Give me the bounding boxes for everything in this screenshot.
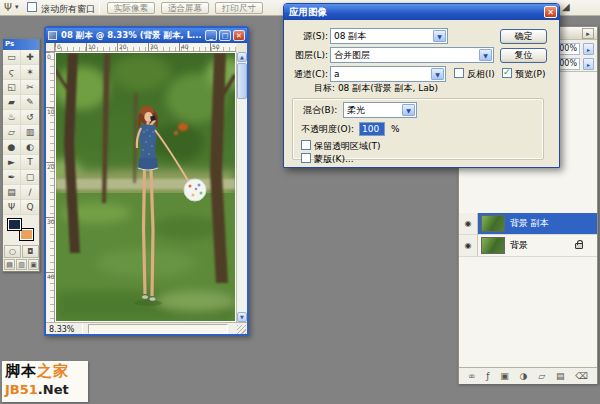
mask-mode-row: ○ ◘	[3, 245, 39, 258]
channel-combobox[interactable]: a ▼	[330, 66, 446, 82]
eraser-tool-icon[interactable]: ▱	[3, 125, 21, 140]
path-selection-tool-icon[interactable]: ►	[3, 155, 21, 170]
type-tool-icon[interactable]: T	[21, 155, 39, 170]
scroll-down-icon[interactable]: ▼	[237, 312, 247, 322]
layer-row-background-copy[interactable]: ◉ 背景 副本	[459, 213, 597, 235]
scrollbar-thumb[interactable]	[237, 63, 247, 99]
caret-down-icon[interactable]: ▾	[15, 3, 19, 11]
opacity-spinner-icon[interactable]: ▸	[583, 43, 594, 55]
actual-pixels-button[interactable]: 实际像素	[107, 2, 155, 14]
eye-icon[interactable]: ◉	[459, 235, 478, 257]
fullscreen-icon[interactable]: ▣	[28, 259, 39, 270]
clone-stamp-tool-icon[interactable]: ♨	[3, 110, 21, 125]
invert-checkbox[interactable]	[454, 68, 464, 78]
maximize-button[interactable]: □	[219, 30, 231, 41]
new-group-icon[interactable]: ▱	[538, 369, 545, 384]
opacity-unit: %	[391, 124, 400, 135]
dialog-close-icon[interactable]: ✕	[544, 6, 557, 18]
layer-thumbnail[interactable]	[481, 215, 505, 232]
eye-icon[interactable]: ◉	[459, 213, 478, 235]
layer-thumbnail[interactable]	[481, 237, 505, 254]
combo-arrow-icon[interactable]: ▼	[433, 30, 446, 42]
status-bar: 8.33%	[46, 322, 247, 334]
close-button[interactable]: ✕	[233, 30, 245, 41]
h-tick: 50	[212, 44, 220, 50]
foreground-color-swatch[interactable]	[7, 218, 22, 231]
preserve-transparency-checkbox[interactable]	[301, 140, 311, 150]
ok-button[interactable]: 确定	[500, 29, 547, 44]
h-tick: 30	[150, 44, 158, 50]
mask-checkbox[interactable]	[301, 153, 311, 163]
slice-tool-icon[interactable]: ✂	[21, 80, 39, 95]
status-divider	[82, 324, 83, 334]
history-brush-tool-icon[interactable]: ↺	[21, 110, 39, 125]
hand-tool-icon[interactable]: Ψ	[4, 2, 12, 13]
channel-value: a	[334, 69, 340, 79]
lasso-tool-icon[interactable]: ϛ	[3, 65, 21, 80]
dialog-body: 源(S): 08 副本 ▼ 图层(L): 合并图层 ▼ 通道(C): a ▼ 反…	[284, 20, 559, 168]
adjustment-layer-icon[interactable]: ◑	[520, 369, 528, 384]
fill-spinner-icon[interactable]: ▸	[583, 58, 594, 70]
status-info-field[interactable]	[88, 324, 228, 334]
healing-brush-tool-icon[interactable]: ▰	[3, 95, 21, 110]
toolbar-separator	[99, 2, 100, 14]
zoom-level[interactable]: 8.33%	[49, 325, 74, 334]
layer-row-background[interactable]: ◉ 背景	[459, 235, 597, 257]
pen-tool-icon[interactable]: ✒	[3, 170, 21, 185]
layer-name: 背景	[510, 239, 528, 252]
new-layer-icon[interactable]: ▤	[556, 369, 565, 384]
blend-value: 柔光	[347, 105, 365, 115]
fullscreen-menu-icon[interactable]: ▥	[16, 259, 27, 270]
reset-button[interactable]: 复位	[500, 48, 547, 63]
combo-arrow-icon[interactable]: ▼	[479, 49, 492, 61]
palette-well-icon[interactable]: ◢	[562, 1, 570, 12]
delete-layer-icon[interactable]: ⌫	[575, 369, 588, 384]
standard-mode-icon[interactable]: ○	[4, 245, 21, 258]
crop-tool-icon[interactable]: ◱	[3, 80, 21, 95]
brush-tool-icon[interactable]: ✎	[21, 95, 39, 110]
eyedropper-tool-icon[interactable]: ∕	[21, 185, 39, 200]
source-combobox[interactable]: 08 副本 ▼	[330, 28, 448, 44]
resize-grip[interactable]	[237, 325, 246, 334]
quickmask-mode-icon[interactable]: ◘	[22, 245, 39, 258]
rect-marquee-tool-icon[interactable]: ▭	[3, 50, 21, 65]
combo-arrow-icon[interactable]: ▼	[431, 68, 444, 80]
canvas-photo[interactable]	[55, 52, 236, 322]
photo-girl-in-park	[56, 53, 235, 321]
fit-screen-button[interactable]: 适合屏幕	[161, 2, 209, 14]
layer-row-body[interactable]: 背景 副本	[478, 213, 597, 235]
layer-mask-icon[interactable]: ▣	[500, 369, 509, 384]
hand-tool-icon2[interactable]: Ψ	[3, 200, 21, 215]
dodge-tool-icon[interactable]: ◐	[21, 140, 39, 155]
magic-wand-tool-icon[interactable]: ✶	[21, 65, 39, 80]
watermark-part1: 脚本	[5, 362, 37, 380]
combo-arrow-icon[interactable]: ▼	[402, 104, 415, 116]
notes-tool-icon[interactable]: ▤	[3, 185, 21, 200]
v-tick: 20	[47, 164, 55, 170]
watermark-line2: JB51.Net	[5, 381, 85, 398]
vertical-scrollbar[interactable]: ▲ ▼	[236, 52, 247, 322]
print-size-button[interactable]: 打印尺寸	[215, 2, 263, 14]
gradient-tool-icon[interactable]: ▥	[21, 125, 39, 140]
layer-row-body[interactable]: 背景	[478, 235, 597, 257]
opacity-input[interactable]: 100	[359, 122, 385, 136]
standard-screen-icon[interactable]: ▤	[4, 259, 15, 270]
zoom-tool-icon[interactable]: Q	[21, 200, 39, 215]
scroll-up-icon[interactable]: ▲	[237, 52, 247, 62]
minimize-button[interactable]: _	[205, 30, 217, 41]
move-tool-icon[interactable]: ✚	[21, 50, 39, 65]
photoshop-workspace: Ψ ▾ 滚动所有窗口 实际像素 适合屏幕 打印尺寸 ◢ Ps ▭ ✚ ϛ ✶ ◱…	[0, 0, 600, 404]
target-line: 目标: 08 副本(背景 副本, Lab)	[314, 83, 438, 94]
toolbox-title[interactable]: Ps	[3, 39, 39, 50]
blur-tool-icon[interactable]: ●	[3, 140, 21, 155]
watermark-line1: 脚本之家	[5, 362, 85, 381]
dialog-title-bar[interactable]: 应用图像 ✕	[284, 4, 559, 20]
layer-combobox[interactable]: 合并图层 ▼	[330, 47, 494, 63]
panel-menu-icon[interactable]: ▸	[582, 28, 594, 39]
layer-style-icon[interactable]: ƒ	[486, 369, 489, 384]
link-layers-icon[interactable]: ∞	[468, 369, 476, 384]
scroll-all-windows-checkbox[interactable]	[27, 2, 37, 12]
document-title-bar[interactable]: 08 副本 @ 8.33% (背景 副本, L... _ □ ✕	[46, 28, 247, 43]
blend-combobox[interactable]: 柔光 ▼	[343, 102, 417, 118]
shape-tool-icon[interactable]: ▢	[21, 170, 39, 185]
